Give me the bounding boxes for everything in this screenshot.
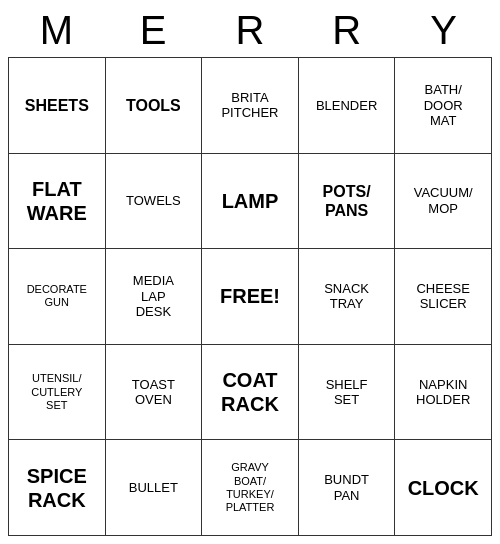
- header-letter-M: M: [8, 8, 105, 53]
- cell-text-2-3: SNACK TRAY: [324, 281, 369, 312]
- cell-text-4-3: BUNDT PAN: [324, 472, 369, 503]
- cell-4-3: BUNDT PAN: [299, 440, 396, 536]
- cell-2-4: CHEESE SLICER: [395, 249, 492, 345]
- cell-text-2-1: MEDIA LAP DESK: [133, 273, 174, 320]
- cell-3-3: SHELF SET: [299, 345, 396, 441]
- cell-1-4: VACUUM/ MOP: [395, 154, 492, 250]
- cell-3-4: NAPKIN HOLDER: [395, 345, 492, 441]
- cell-text-3-1: TOAST OVEN: [132, 377, 175, 408]
- bingo-grid: SHEETSTOOLSBRITA PITCHERBLENDERBATH/ DOO…: [8, 57, 492, 536]
- cell-4-0: SPICE RACK: [9, 440, 106, 536]
- cell-text-3-0: UTENSIL/ CUTLERY SET: [31, 372, 82, 412]
- header-row: MERRY: [8, 8, 492, 53]
- cell-text-0-0: SHEETS: [25, 96, 89, 115]
- cell-text-1-3: POTS/ PANS: [323, 182, 371, 220]
- cell-4-4: CLOCK: [395, 440, 492, 536]
- cell-text-3-2: COAT RACK: [221, 368, 279, 416]
- cell-1-2: LAMP: [202, 154, 299, 250]
- header-letter-Y: Y: [395, 8, 492, 53]
- cell-text-4-2: GRAVY BOAT/ TURKEY/ PLATTER: [226, 461, 275, 514]
- cell-0-0: SHEETS: [9, 58, 106, 154]
- header-letter-R: R: [202, 8, 299, 53]
- cell-3-1: TOAST OVEN: [106, 345, 203, 441]
- cell-3-2: COAT RACK: [202, 345, 299, 441]
- cell-1-0: FLAT WARE: [9, 154, 106, 250]
- header-letter-E: E: [105, 8, 202, 53]
- cell-text-0-1: TOOLS: [126, 96, 181, 115]
- cell-text-2-4: CHEESE SLICER: [416, 281, 469, 312]
- cell-text-0-2: BRITA PITCHER: [221, 90, 278, 121]
- cell-1-3: POTS/ PANS: [299, 154, 396, 250]
- cell-text-2-0: DECORATE GUN: [27, 283, 87, 309]
- cell-text-2-2: FREE!: [220, 284, 280, 308]
- cell-text-1-2: LAMP: [222, 189, 279, 213]
- cell-4-1: BULLET: [106, 440, 203, 536]
- cell-text-1-1: TOWELS: [126, 193, 181, 209]
- cell-2-1: MEDIA LAP DESK: [106, 249, 203, 345]
- cell-text-4-4: CLOCK: [408, 476, 479, 500]
- cell-text-1-0: FLAT WARE: [27, 177, 87, 225]
- cell-text-1-4: VACUUM/ MOP: [414, 185, 473, 216]
- cell-2-0: DECORATE GUN: [9, 249, 106, 345]
- cell-0-2: BRITA PITCHER: [202, 58, 299, 154]
- cell-text-0-3: BLENDER: [316, 98, 377, 114]
- cell-4-2: GRAVY BOAT/ TURKEY/ PLATTER: [202, 440, 299, 536]
- cell-0-4: BATH/ DOOR MAT: [395, 58, 492, 154]
- cell-2-3: SNACK TRAY: [299, 249, 396, 345]
- cell-0-3: BLENDER: [299, 58, 396, 154]
- cell-text-3-4: NAPKIN HOLDER: [416, 377, 470, 408]
- cell-1-1: TOWELS: [106, 154, 203, 250]
- cell-3-0: UTENSIL/ CUTLERY SET: [9, 345, 106, 441]
- cell-text-4-1: BULLET: [129, 480, 178, 496]
- cell-2-2: FREE!: [202, 249, 299, 345]
- cell-text-4-0: SPICE RACK: [27, 464, 87, 512]
- cell-text-3-3: SHELF SET: [326, 377, 368, 408]
- cell-0-1: TOOLS: [106, 58, 203, 154]
- header-letter-R: R: [298, 8, 395, 53]
- cell-text-0-4: BATH/ DOOR MAT: [424, 82, 463, 129]
